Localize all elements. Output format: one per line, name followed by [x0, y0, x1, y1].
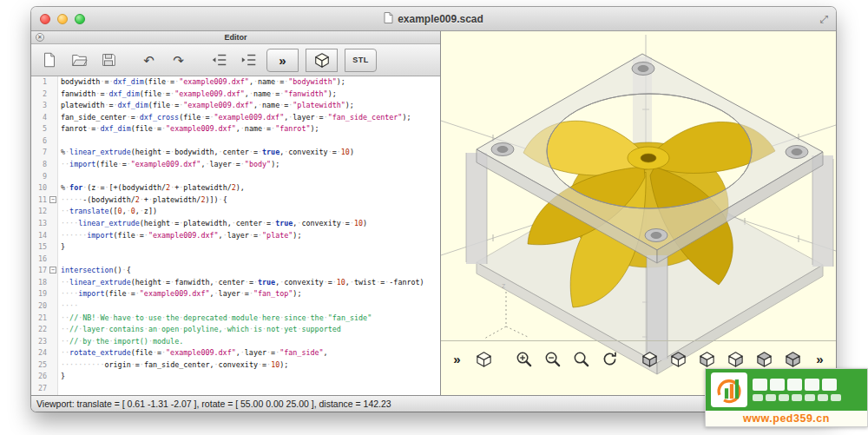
code-line[interactable]: 7%·linear_extrude(height·=·bodywidth,·ce…: [31, 147, 440, 159]
close-window-button[interactable]: [40, 14, 50, 24]
view-back-button[interactable]: [669, 348, 687, 369]
editor-dock-titlebar: ✕ Editor: [31, 31, 440, 44]
redo-button[interactable]: ↷: [168, 49, 189, 71]
open-file-button[interactable]: [68, 49, 89, 71]
fold-marker-icon[interactable]: −: [49, 267, 56, 274]
indent-button[interactable]: [238, 49, 260, 71]
code-line[interactable]: 14······import(file·=·"example009.dxf",·…: [31, 230, 440, 242]
3d-viewport[interactable]: z: [441, 31, 836, 395]
code-editor[interactable]: 1bodywidth·=·dxf_dim(file·=·"example009.…: [31, 76, 440, 395]
render-cgal-button[interactable]: [306, 49, 338, 72]
export-stl-button[interactable]: STL: [345, 49, 377, 72]
undo-button[interactable]: ↶: [138, 49, 160, 71]
minimize-window-button[interactable]: [57, 14, 68, 24]
code-line[interactable]: 24··rotate_extrude(file·=·"example009.dx…: [31, 347, 440, 359]
code-line[interactable]: 11−·····-(bodywidth/2·+·platewidth/2)])·…: [31, 194, 440, 207]
code-text: ··//·by·the·import()·module.: [58, 336, 183, 348]
fold-margin: [49, 171, 58, 183]
zoom-out-button[interactable]: [543, 348, 562, 369]
code-text: }: [58, 241, 65, 254]
code-line[interactable]: 26}: [31, 371, 440, 383]
code-text: ····import(file·=·"example009.dxf",·laye…: [58, 288, 301, 300]
code-line[interactable]: 4fan_side_center·=·dxf_cross(file·=·"exa…: [31, 112, 440, 124]
line-number: 10: [31, 182, 49, 194]
fold-margin: [49, 277, 58, 289]
fold-margin: [49, 230, 58, 242]
code-line[interactable]: 21··//·NB!·We·have·to·use·the·deprecated…: [31, 313, 440, 325]
traffic-lights: [40, 7, 85, 30]
window-title: example009.scad: [384, 12, 483, 26]
code-text: ·····-(bodywidth/2·+·platewidth/2)])·{: [58, 194, 227, 207]
fold-margin: −: [49, 265, 58, 277]
code-line[interactable]: 10%·for·(z·=·[+(bodywidth/2·+·platewidth…: [31, 182, 440, 194]
code-line[interactable]: 16: [31, 254, 440, 266]
view-bottom-button[interactable]: [784, 348, 802, 369]
zoom-in-button[interactable]: [515, 348, 533, 369]
code-text: intersection()·{: [58, 265, 131, 277]
code-line[interactable]: 15}: [31, 241, 440, 254]
code-line[interactable]: 12··translate([0,·0,·z]): [31, 206, 440, 218]
code-line[interactable]: 27: [31, 383, 440, 395]
code-line[interactable]: 2fanwidth·=·dxf_dim(file·=·"example009.d…: [31, 89, 440, 101]
line-number: 5: [31, 123, 49, 135]
code-line[interactable]: 23··//·by·the·import()·module.: [31, 336, 440, 348]
fold-marker-icon[interactable]: −: [49, 196, 56, 203]
new-file-button[interactable]: [38, 49, 60, 71]
view-right-button[interactable]: [727, 348, 745, 369]
fold-margin: [49, 288, 58, 300]
code-line[interactable]: 8··import(file·=·"example009.dxf",·layer…: [31, 159, 440, 171]
line-number: 25: [31, 359, 49, 372]
code-line[interactable]: 5fanrot·=·dxf_dim(file·=·"example009.dxf…: [31, 123, 440, 135]
render-preview-button[interactable]: »: [266, 49, 299, 72]
watermark-url: www.ped359.cn: [706, 411, 867, 426]
window-titlebar[interactable]: example009.scad ⤢: [31, 7, 836, 31]
code-line[interactable]: 3platewidth·=·dxf_dim(file·=·"example009…: [31, 100, 440, 112]
code-line[interactable]: 22··//·layer·contains·an·open·polyline,·…: [31, 324, 440, 336]
code-text: ··········origin·=·fan_side_center,·conv…: [58, 359, 288, 372]
reset-view-button[interactable]: [601, 348, 619, 369]
line-number: 19: [31, 288, 49, 300]
code-text: bodywidth·=·dxf_dim(file·=·"example009.d…: [58, 76, 345, 89]
code-text: %·linear_extrude(height·=·bodywidth,·cen…: [58, 147, 354, 159]
code-line[interactable]: 6: [31, 135, 440, 148]
code-line[interactable]: 9: [31, 171, 440, 183]
fold-margin: [49, 254, 58, 266]
code-line[interactable]: 18··linear_extrude(height·=·fanwidth,·ce…: [31, 277, 440, 289]
fullscreen-icon[interactable]: ⤢: [819, 13, 828, 25]
line-number: 13: [31, 218, 49, 230]
code-line[interactable]: 13····linear_extrude(height·=·platewidth…: [31, 218, 440, 230]
render-button[interactable]: [475, 348, 493, 369]
code-line[interactable]: 25··········origin·=·fan_side_center,·co…: [31, 359, 440, 372]
preview-button[interactable]: »: [450, 348, 464, 369]
view-front-button[interactable]: [641, 348, 659, 369]
toolbar-overflow-button[interactable]: »: [812, 348, 827, 369]
line-number: 21: [31, 313, 49, 325]
code-text: fan_side_center·=·dxf_cross(file·=·"exam…: [58, 112, 411, 124]
view-left-button[interactable]: [698, 348, 716, 369]
code-line[interactable]: 20····: [31, 300, 440, 313]
fold-margin: [49, 206, 58, 218]
close-editor-button[interactable]: ✕: [36, 33, 44, 42]
line-number: 7: [31, 147, 49, 159]
window-title-text: example009.scad: [398, 13, 483, 25]
code-line[interactable]: 19····import(file·=·"example009.dxf",·la…: [31, 288, 440, 300]
zoom-window-button[interactable]: [75, 14, 85, 24]
view-top-button[interactable]: [755, 348, 773, 369]
code-text: }: [58, 371, 65, 383]
code-text: ····linear_extrude(height·=·platewidth,·…: [58, 218, 367, 230]
fold-margin: [49, 383, 58, 395]
zoom-all-button[interactable]: [572, 348, 590, 369]
save-button[interactable]: [97, 49, 119, 71]
line-number: 14: [31, 230, 49, 242]
line-number: 26: [31, 371, 49, 383]
code-text: [58, 135, 61, 148]
fold-margin: [49, 359, 58, 372]
code-text: ··//·NB!·We·have·to·use·the·deprecated·m…: [58, 313, 372, 325]
unindent-button[interactable]: [208, 49, 230, 71]
watermark-text-blocks: [753, 379, 841, 401]
code-line[interactable]: 1bodywidth·=·dxf_dim(file·=·"example009.…: [31, 76, 440, 89]
editor-panel: ✕ Editor ↶↷» STL 1bodywidth·=·dxf_dim(fi…: [31, 31, 441, 395]
code-line[interactable]: 17−intersection()·{: [31, 265, 440, 277]
editor-dock-title: Editor: [225, 33, 247, 42]
code-text: fanwidth·=·dxf_dim(file·=·"example009.dx…: [58, 89, 337, 101]
